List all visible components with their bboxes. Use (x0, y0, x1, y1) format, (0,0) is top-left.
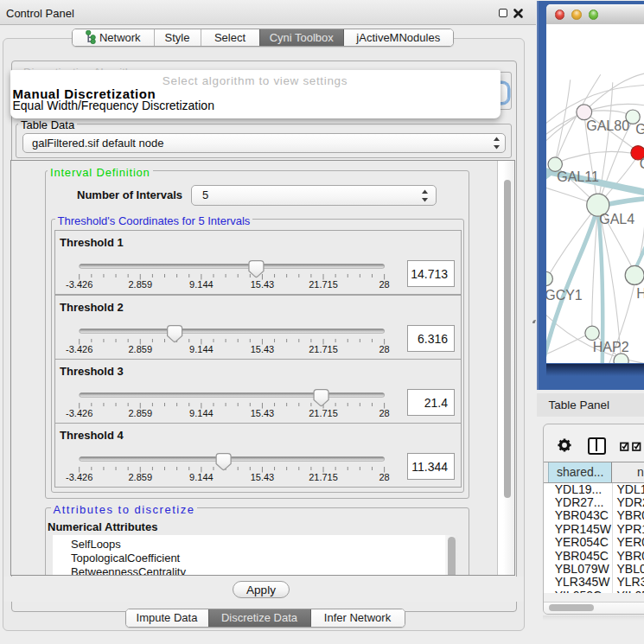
svg-text:-3.426: -3.426 (66, 343, 92, 354)
svg-text:21.715: 21.715 (309, 472, 338, 482)
svg-text:9.144: 9.144 (189, 472, 214, 482)
svg-text:-3.426: -3.426 (66, 472, 92, 482)
svg-text:GCY1: GCY1 (546, 288, 583, 303)
svg-text:GAL80: GAL80 (586, 118, 629, 133)
svg-text:-3.426: -3.426 (66, 407, 92, 418)
svg-text:2.859: 2.859 (129, 407, 153, 418)
svg-text:15.43: 15.43 (251, 472, 275, 482)
svg-text:GAL11: GAL11 (557, 169, 599, 184)
svg-text:CDC1: CDC1 (639, 156, 644, 171)
svg-text:2.859: 2.859 (129, 472, 153, 482)
svg-text:2.859: 2.859 (129, 279, 153, 290)
svg-text:28: 28 (379, 343, 389, 354)
svg-text:28: 28 (379, 472, 389, 482)
svg-text:HAP: HAP (636, 286, 644, 301)
svg-text:HAP2: HAP2 (592, 340, 628, 354)
svg-text:28: 28 (379, 279, 389, 290)
svg-text:9.144: 9.144 (189, 407, 214, 418)
svg-text:-3.426: -3.426 (66, 279, 92, 290)
svg-text:21.715: 21.715 (309, 279, 338, 290)
svg-text:2.859: 2.859 (129, 343, 153, 354)
svg-text:9.144: 9.144 (189, 279, 214, 290)
svg-text:15.43: 15.43 (251, 343, 275, 354)
svg-text:GAL2: GAL2 (635, 122, 644, 137)
svg-text:21.715: 21.715 (309, 343, 338, 354)
svg-text:15.43: 15.43 (251, 279, 275, 290)
svg-text:28: 28 (379, 407, 389, 418)
svg-text:21.715: 21.715 (309, 407, 338, 418)
svg-text:15.43: 15.43 (251, 407, 275, 418)
svg-text:9.144: 9.144 (189, 343, 214, 354)
svg-text:GAL4: GAL4 (599, 212, 634, 226)
